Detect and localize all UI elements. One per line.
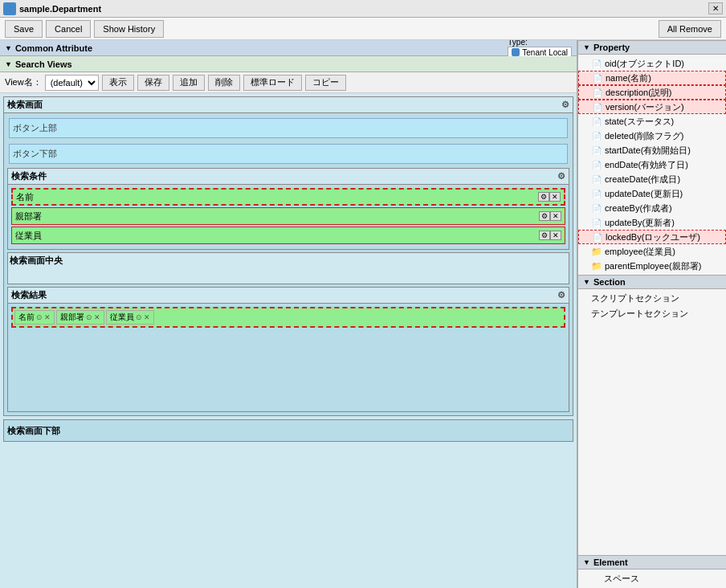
close-button[interactable]: ✕: [708, 2, 723, 14]
canvas-area: 検索画面 ⚙ ボタン上部 ボタン下部 検索条件: [0, 93, 577, 588]
result-tag-x-3[interactable]: ✕: [144, 313, 150, 321]
property-item-version[interactable]: 📄 version(バージョン): [578, 100, 726, 114]
button-bottom-label: ボタン下部: [13, 149, 57, 158]
folder-icon-employee: 📁: [591, 246, 602, 257]
cancel-button[interactable]: Cancel: [46, 20, 91, 38]
standard-load-button[interactable]: 標準ロード: [243, 75, 302, 91]
element-header[interactable]: ▼ Element: [578, 555, 726, 570]
toolbar: Save Cancel Show History All Remove: [0, 18, 726, 40]
result-tag-name-2: 親部署: [60, 312, 84, 323]
property-name-createdate: createDate(作成日): [605, 174, 680, 186]
property-item-state[interactable]: 📄 state(ステータス): [578, 114, 726, 129]
save-view-button[interactable]: 保存: [137, 75, 169, 91]
view-controls: View名： (default) 表示 保存 追加 削除 標準ロード コピー: [0, 72, 577, 93]
property-section-header[interactable]: ▼ Property: [578, 40, 726, 55]
conditions-gear-icon[interactable]: ⚙: [557, 171, 565, 182]
result-tag-close-1[interactable]: ⊙: [36, 313, 43, 321]
show-history-button[interactable]: Show History: [94, 20, 164, 38]
view-select[interactable]: (default): [45, 75, 99, 91]
result-gear-icon[interactable]: ⚙: [557, 290, 565, 300]
search-views-header[interactable]: ▼ Search Views: [0, 56, 577, 72]
property-item-enddate[interactable]: 📄 endDate(有効終了日): [578, 157, 726, 172]
result-tag-name-3: 従業員: [110, 312, 134, 323]
right-spacer: [578, 323, 726, 555]
property-name-updateby: updateBy(更新者): [605, 217, 675, 229]
condition-close-1[interactable]: ✕: [549, 192, 561, 202]
property-name-version: version(バージョン): [606, 101, 684, 113]
search-result-panel: 検索結果 ⚙ 名前 ⊙ ✕ 親部署: [7, 287, 569, 412]
section-item-script[interactable]: スクリプトセクション: [591, 291, 721, 306]
property-name-createby: createBy(作成者): [605, 202, 672, 214]
property-item-oid[interactable]: 📄 oid(オブジェクトID): [578, 56, 726, 71]
add-button[interactable]: 追加: [173, 75, 205, 91]
result-header: 検索結果 ⚙: [8, 288, 569, 304]
property-item-updatedate[interactable]: 📄 updateDate(更新日): [578, 186, 726, 201]
condition-item-1: 名前 ⚙ ✕: [11, 188, 565, 206]
property-item-parentemployee[interactable]: 📁 parentEmployee(親部署): [578, 259, 726, 273]
search-screen-body: ボタン上部 ボタン下部 検索条件 ⚙: [4, 113, 573, 415]
result-tag-x-2[interactable]: ✕: [94, 313, 100, 321]
search-screen-panel: 検索画面 ⚙ ボタン上部 ボタン下部 検索条件: [3, 96, 573, 416]
result-tag-name-1: 名前: [18, 312, 35, 323]
doc-icon-version: 📄: [592, 101, 603, 112]
main-container: ▼ Common Attribute Type: Tenant Local ▼ …: [0, 40, 726, 588]
gear-icon[interactable]: ⚙: [561, 100, 569, 110]
property-name-description: description(説明): [606, 87, 672, 99]
copy-button[interactable]: コピー: [305, 75, 346, 91]
section-label: Section: [593, 277, 626, 287]
delete-button[interactable]: 削除: [208, 75, 240, 91]
property-name-startdate: startDate(有効開始日): [605, 145, 691, 157]
property-name-employee: employee(従業員): [605, 246, 675, 258]
condition-gear-2[interactable]: ⚙: [539, 211, 550, 221]
property-item-updateby[interactable]: 📄 updateBy(更新者): [578, 215, 726, 230]
search-condition-label: 検索条件: [11, 170, 47, 182]
search-bottom-panel: 検索画面下部: [3, 419, 573, 442]
chevron-icon: ▼: [5, 44, 12, 52]
doc-icon-enddate: 📄: [591, 159, 602, 170]
common-attribute-header[interactable]: ▼ Common Attribute Type: Tenant Local: [0, 40, 577, 56]
type-value: Tenant Local: [522, 48, 568, 57]
property-item-deleted[interactable]: 📄 deleted(削除フラグ): [578, 129, 726, 143]
result-body: 名前 ⊙ ✕ 親部署 ⊙ ✕ 従業員: [8, 304, 569, 411]
result-tag-close-3[interactable]: ⊙: [136, 313, 142, 321]
property-item-createby[interactable]: 📄 createBy(作成者): [578, 201, 726, 215]
property-item-description[interactable]: 📄 description(説明): [578, 85, 726, 100]
section-item-template[interactable]: テンプレートセクション: [591, 306, 721, 321]
section-header[interactable]: ▼ Section: [578, 275, 726, 289]
condition-close-3[interactable]: ✕: [550, 231, 561, 240]
property-name-enddate: endDate(有効終了日): [605, 159, 688, 171]
condition-gear-1[interactable]: ⚙: [538, 192, 549, 202]
property-name-updatedate: updateDate(更新日): [605, 188, 683, 200]
all-remove-button[interactable]: All Remove: [659, 20, 721, 38]
app-icon: [3, 2, 16, 15]
doc-icon-startdate: 📄: [591, 145, 602, 156]
search-screen-header: 検索画面 ⚙: [4, 97, 573, 113]
result-tag-close-2[interactable]: ⊙: [86, 313, 92, 321]
condition-item-3: 従業員 ⚙ ✕: [11, 227, 565, 244]
doc-icon-updatedate: 📄: [591, 188, 602, 199]
condition-close-2[interactable]: ✕: [550, 211, 561, 221]
search-center-label: 検索画面中央: [10, 255, 63, 265]
type-text: Type:: [508, 40, 527, 47]
search-screen-label: 検索画面: [7, 99, 43, 111]
property-name-name: name(名前): [606, 72, 651, 84]
doc-icon-state: 📄: [591, 116, 602, 127]
doc-icon-createby: 📄: [591, 202, 602, 214]
property-item-startdate[interactable]: 📄 startDate(有効開始日): [578, 143, 726, 157]
doc-icon-updateby: 📄: [591, 217, 602, 228]
property-item-employee[interactable]: 📁 employee(従業員): [578, 244, 726, 259]
element-items: スペース: [578, 570, 726, 588]
search-bottom-label: 検索画面下部: [7, 425, 60, 437]
view-name-label: View名：: [5, 76, 42, 88]
property-name-parentemployee: parentEmployee(親部署): [605, 260, 701, 272]
element-item-space[interactable]: スペース: [591, 571, 721, 586]
property-item-lockedby[interactable]: 📄 lockedBy(ロックユーザ): [578, 230, 726, 244]
section-items: スクリプトセクション テンプレートセクション: [578, 289, 726, 323]
result-tag-x-1[interactable]: ✕: [44, 313, 51, 321]
save-button[interactable]: Save: [5, 20, 43, 38]
property-chevron-icon: ▼: [583, 43, 590, 51]
property-item-createdate[interactable]: 📄 createDate(作成日): [578, 172, 726, 186]
property-item-name[interactable]: 📄 name(名前): [578, 71, 726, 85]
condition-gear-3[interactable]: ⚙: [539, 231, 550, 240]
display-button[interactable]: 表示: [102, 75, 134, 91]
